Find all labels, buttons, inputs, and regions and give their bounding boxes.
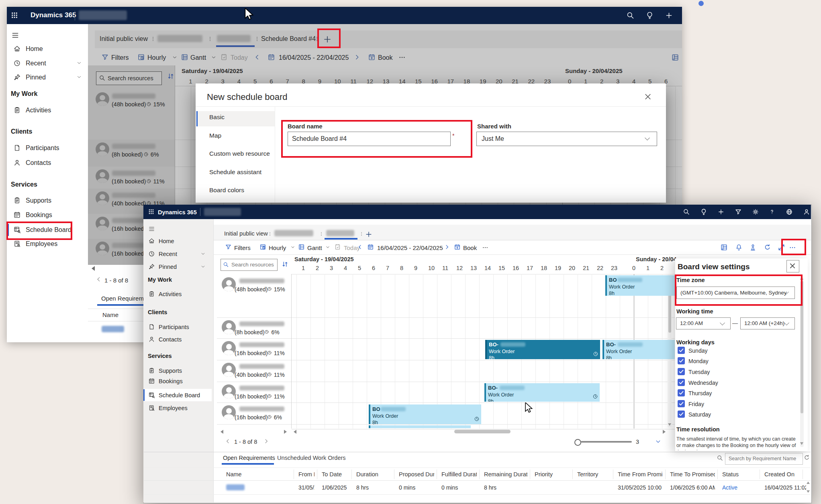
board-view-settings-icon[interactable] [720,244,728,251]
hamburger-icon[interactable] [148,226,155,232]
name-column-header[interactable]: Name [102,311,118,318]
booking-block[interactable]: BO-Work Order8h [485,340,600,359]
booking-block[interactable]: BO-Work Order8h [484,383,600,402]
requirement-search-box[interactable] [725,453,803,465]
sidebar-item-supports[interactable]: Supports [7,194,87,207]
sidebar-item-contacts[interactable]: Contacts [7,156,87,170]
chevron-down-icon[interactable] [172,55,178,60]
refresh-icon[interactable] [764,244,771,251]
board-view-settings-icon[interactable] [671,53,679,61]
filters-button[interactable]: Filters [234,244,251,251]
working-time-to-dropdown[interactable]: 12:00 AM (+24h) [740,317,795,329]
view-tab-blurred-1[interactable] [274,229,313,239]
sidebar-item-participants[interactable]: Participants [7,141,87,155]
gantt-scroll-left-icon[interactable] [294,430,296,434]
table-scroll-up-icon[interactable] [807,482,810,484]
tab-menu-dots-icon[interactable] [254,36,260,42]
requirements-tab-1[interactable]: Unscheduled Work Orders [277,455,346,461]
sidebar-item-contacts[interactable]: Contacts [143,333,212,345]
tab-menu-dots-icon[interactable] [150,36,156,42]
sidebar-item-employees[interactable]: Employees [143,402,212,414]
board-name-input[interactable] [288,132,451,146]
chevron-left-icon[interactable] [254,54,261,61]
sidebar-item-activities[interactable]: Activities [7,104,87,117]
checkbox-checked[interactable] [678,400,685,407]
calendar-icon[interactable] [268,53,275,61]
row-link-blurred[interactable] [226,484,245,490]
gantt-hscrollbar-thumb[interactable] [454,430,511,433]
booking-block-partial[interactable] [369,425,471,428]
column-header-proposed-dur-[interactable]: Proposed Dur... [399,471,434,478]
view-tab-blurred-2[interactable] [326,229,354,239]
zoom-slider-handle[interactable] [574,439,581,446]
column-header-fulfilled-durat-[interactable]: Fulfilled Durat... [441,471,477,478]
resource-row[interactable]: (16h booked)11% [88,167,175,189]
gear-icon[interactable] [752,208,759,215]
book-icon[interactable] [454,244,461,250]
gantt-icon[interactable] [298,244,305,250]
checkbox-checked[interactable] [678,389,685,396]
plus-icon[interactable] [665,11,673,20]
dialog-close-icon[interactable] [642,91,654,103]
settings-scrollbar[interactable] [800,277,804,447]
sidebar-item-bookings[interactable]: Bookings [143,375,212,387]
filters-icon[interactable] [101,53,109,61]
requirements-tab-0[interactable]: Open Requirements [223,455,275,461]
working-day-sunday[interactable]: Sunday [678,347,742,355]
resource-search-box[interactable] [221,259,278,271]
tab-menu-dots-icon[interactable] [207,36,213,42]
scroll-right-icon[interactable] [284,430,287,434]
book-button[interactable]: Book [378,54,392,61]
sort-icon[interactable] [281,260,289,268]
column-header-time-from-promi-[interactable]: Time From Promi... [618,471,663,478]
sort-icon[interactable] [167,72,175,80]
settings-close-icon[interactable] [786,260,799,272]
requirements-tab-clipped[interactable]: Open Requirements [101,295,146,303]
gantt-icon[interactable] [181,53,188,61]
tab-menu-dots-icon[interactable] [268,232,272,236]
working-day-thursday[interactable]: Thursday [678,389,742,397]
resource-row[interactable]: (40h booked)11% [217,360,291,382]
gantt-button[interactable]: Gantt [190,54,206,61]
checkbox-checked[interactable] [678,347,685,354]
view-tab-initial-public-view[interactable]: Initial public view [100,34,147,45]
search-icon[interactable] [717,455,723,461]
resource-search-input[interactable] [231,260,275,269]
column-header-created-on[interactable]: Created On [764,471,807,478]
gantt-scroll-right-icon[interactable] [663,430,666,434]
timezone-dropdown[interactable]: (GMT+10:00) Canberra, Melbourne, Sydney [676,287,795,299]
page-next-icon[interactable] [263,438,269,444]
person-icon[interactable] [803,208,810,215]
tab-menu-dots-icon[interactable] [319,232,324,236]
sidebar-item-participants[interactable]: Participants [143,321,212,333]
resource-row[interactable]: (48h booked)15% [88,86,175,140]
dialog-tab-basic[interactable]: Basic [209,114,225,121]
expand-icon[interactable] [778,244,785,251]
search-icon[interactable] [626,11,635,20]
column-header-to-date[interactable]: To Date [322,471,349,478]
resource-search-box[interactable]: Search resources [96,71,162,85]
working-day-friday[interactable]: Friday [678,400,742,408]
tab-menu-dots-icon[interactable] [314,36,320,42]
sidebar-item-schedule-board[interactable]: Schedule Board [143,389,212,401]
column-header-name[interactable]: Name [226,471,291,478]
column-header-time-to-promised[interactable]: Time To Promised [670,471,715,478]
scroll-down-icon[interactable] [668,423,671,426]
chevron-right-icon[interactable] [444,244,450,250]
requirement-search-input[interactable] [728,454,800,463]
book-icon[interactable] [368,53,376,61]
filters-icon[interactable] [225,244,232,250]
view-tab-blurred-2[interactable] [217,34,251,45]
chevron-left-icon[interactable] [357,244,363,250]
globe-icon[interactable] [786,208,793,215]
view-tab-blurred-1[interactable] [157,34,202,45]
working-day-saturday[interactable]: Saturday [678,411,742,419]
zoom-slider-track[interactable] [581,441,632,443]
gantt-button[interactable]: Gantt [307,244,322,251]
refresh-icon[interactable] [803,454,810,461]
column-header-priority[interactable]: Priority [535,471,570,478]
chevron-right-icon[interactable] [353,54,360,61]
view-tab-initial-public-view[interactable]: Initial public view [224,229,264,239]
page-prev-icon[interactable] [96,276,102,282]
settings-scrollbar-thumb[interactable] [801,281,803,413]
